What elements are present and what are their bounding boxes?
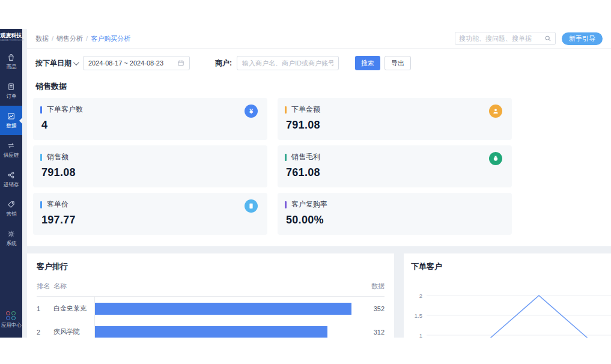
breadcrumb-separator: / bbox=[86, 35, 88, 42]
sidebar-item-系统[interactable]: 系统 bbox=[0, 223, 22, 253]
card-accent-bar bbox=[40, 154, 42, 161]
order-customers-line-chart: 21.510.502024-08-172024-08-182024-08-192… bbox=[407, 281, 611, 338]
moneybag-icon bbox=[489, 152, 502, 165]
app-center-dot bbox=[6, 316, 10, 320]
filter-bar: 按下单日期 商户: 搜索 导出 bbox=[27, 49, 611, 73]
column-header-rank: 排名 bbox=[37, 282, 53, 291]
value-cell: 312 bbox=[351, 329, 385, 336]
stat-card-下单客户数: 下单客户数4¥ bbox=[33, 98, 267, 140]
sidebar-item-进销存[interactable]: 进销存 bbox=[0, 165, 22, 194]
card-accent-bar bbox=[285, 106, 287, 114]
order-customers-chart-title: 下单客户 bbox=[407, 261, 611, 272]
newbie-guide-button[interactable]: 新手引导 bbox=[562, 32, 603, 45]
rank-cell: 1 bbox=[37, 305, 53, 312]
global-search-input[interactable] bbox=[459, 35, 544, 42]
sales-data-section-title: 销售数据 bbox=[27, 73, 611, 98]
ranking-table-row: 1白金史莱克352 bbox=[37, 297, 385, 320]
card-value: 197.77 bbox=[41, 214, 259, 226]
main-content: 数据 / 销售分析 / 客户购买分析 新手引导 bbox=[22, 29, 611, 338]
customer-ranking-title: 客户排行 bbox=[37, 261, 385, 272]
sidebar-item-label: 商品 bbox=[6, 63, 16, 70]
rank-bar bbox=[95, 326, 327, 338]
card-value: 761.08 bbox=[286, 166, 503, 179]
app-window: 观麦科技 GUANMAI TECHNOLOGY 商品订单数据供应链进销存营销系统… bbox=[0, 29, 611, 338]
rank-cell: 2 bbox=[37, 329, 53, 336]
date-range-picker[interactable] bbox=[83, 56, 190, 70]
chart-line-icon bbox=[7, 112, 16, 121]
order-doc-icon bbox=[7, 82, 16, 91]
supply-chain-icon bbox=[7, 141, 16, 150]
sidebar-item-label: 营销 bbox=[6, 210, 16, 217]
global-search-box[interactable] bbox=[455, 32, 556, 45]
card-value: 50.00% bbox=[286, 214, 503, 226]
sidebar-item-订单[interactable]: 订单 bbox=[0, 76, 22, 106]
sidebar-item-数据[interactable]: 数据 bbox=[0, 106, 22, 135]
rank-bar bbox=[95, 303, 351, 315]
card-value: 4 bbox=[41, 119, 259, 132]
card-label: 客户复购率 bbox=[291, 199, 327, 210]
line-chart-svg: 21.510.502024-08-172024-08-182024-08-192… bbox=[407, 281, 611, 338]
card-label: 销售毛利 bbox=[291, 152, 320, 162]
order-customers-line-series bbox=[448, 296, 611, 338]
customer-name-cell: 疾风学院 bbox=[53, 327, 94, 336]
card-value: 791.08 bbox=[41, 166, 259, 179]
chevron-down-icon bbox=[73, 59, 79, 65]
sidebar-item-商品[interactable]: 商品 bbox=[0, 47, 22, 76]
sidebar-item-app-center[interactable]: 应用中心 bbox=[1, 311, 22, 329]
stat-card-销售毛利: 销售毛利761.08 bbox=[278, 145, 512, 187]
sidebar-item-供应链[interactable]: 供应链 bbox=[0, 135, 22, 165]
ranking-table-header: 排名 名称 数据 bbox=[37, 282, 385, 297]
logo-subtext: GUANMAI TECHNOLOGY bbox=[0, 39, 23, 41]
inventory-icon bbox=[7, 171, 16, 180]
calendar-icon[interactable] bbox=[177, 59, 184, 67]
y-axis-tick-label: 2 bbox=[419, 293, 422, 299]
breadcrumb-item-data[interactable]: 数据 bbox=[35, 34, 49, 43]
card-accent-bar bbox=[285, 154, 287, 161]
search-icon[interactable] bbox=[544, 35, 552, 42]
app-center-dot bbox=[11, 311, 16, 315]
logo: 观麦科技 GUANMAI TECHNOLOGY bbox=[0, 33, 25, 41]
export-button[interactable]: 导出 bbox=[385, 56, 411, 70]
customer-ranking-panel: 客户排行 排名 名称 数据 1白金史莱克3522疾风学院3123派大星12312… bbox=[27, 253, 394, 338]
order-customers-chart-panel: 下单客户 21.510.502024-08-172024-08-182024-0… bbox=[404, 253, 611, 338]
stat-card-客单价: 客单价197.77 bbox=[33, 193, 267, 235]
sidebar-item-label: 数据 bbox=[6, 122, 16, 129]
breadcrumb-item-sales-analysis[interactable]: 销售分析 bbox=[56, 34, 83, 43]
breadcrumb-separator: / bbox=[52, 35, 53, 42]
sidebar-item-label: 供应链 bbox=[4, 151, 19, 159]
date-range-input[interactable] bbox=[88, 59, 177, 67]
top-panel: 数据 / 销售分析 / 客户购买分析 新手引导 bbox=[27, 29, 611, 246]
app-center-dot bbox=[6, 311, 10, 315]
card-label: 销售额 bbox=[47, 152, 68, 162]
y-axis-tick-label: 1.5 bbox=[415, 312, 422, 319]
stat-card-下单金额: 下单金额791.08 bbox=[278, 98, 512, 140]
stat-card-销售额: 销售额791.08 bbox=[33, 145, 267, 187]
customer-name-cell: 白金史莱克 bbox=[53, 304, 94, 313]
sidebar-item-label: 订单 bbox=[6, 93, 16, 100]
date-type-dropdown[interactable]: 按下单日期 bbox=[35, 58, 78, 68]
card-label: 下单客户数 bbox=[47, 105, 83, 115]
logo-title: 观麦科技 bbox=[0, 33, 25, 39]
sidebar-nav: 商品订单数据供应链进销存营销系统 bbox=[0, 47, 22, 253]
merchant-search-input[interactable] bbox=[237, 56, 339, 70]
receipt-icon bbox=[245, 199, 258, 213]
topbar-right-group: 新手引导 bbox=[455, 32, 603, 45]
stat-card-客户复购率: 客户复购率50.00% bbox=[278, 193, 512, 235]
sidebar-item-营销[interactable]: 营销 bbox=[0, 194, 22, 223]
date-type-label: 按下单日期 bbox=[35, 58, 71, 68]
breadcrumb-item-customer-purchase-analysis: 客户购买分析 bbox=[91, 34, 130, 43]
app-center-dot bbox=[11, 316, 16, 320]
search-button[interactable]: 搜索 bbox=[355, 56, 380, 70]
bottom-panels: 客户排行 排名 名称 数据 1白金史莱克3522疾风学院3123派大星12312… bbox=[27, 253, 611, 338]
top-bar: 数据 / 销售分析 / 客户购买分析 新手引导 bbox=[27, 29, 611, 49]
column-header-value: 数据 bbox=[351, 282, 385, 291]
value-cell: 352 bbox=[351, 305, 385, 312]
card-label: 下单金额 bbox=[291, 105, 320, 115]
user-icon bbox=[489, 105, 502, 118]
stat-cards: 下单客户数4¥下单金额791.08销售额791.08销售毛利761.08客单价1… bbox=[27, 98, 611, 240]
app-center-icon bbox=[6, 311, 16, 320]
gear-icon bbox=[7, 229, 16, 238]
yuan-icon: ¥ bbox=[245, 105, 258, 118]
column-header-name: 名称 bbox=[53, 282, 94, 291]
ranking-table-body: 1白金史莱克3522疾风学院3123派大星123126.854海绵宝宝0.23 bbox=[37, 297, 385, 338]
